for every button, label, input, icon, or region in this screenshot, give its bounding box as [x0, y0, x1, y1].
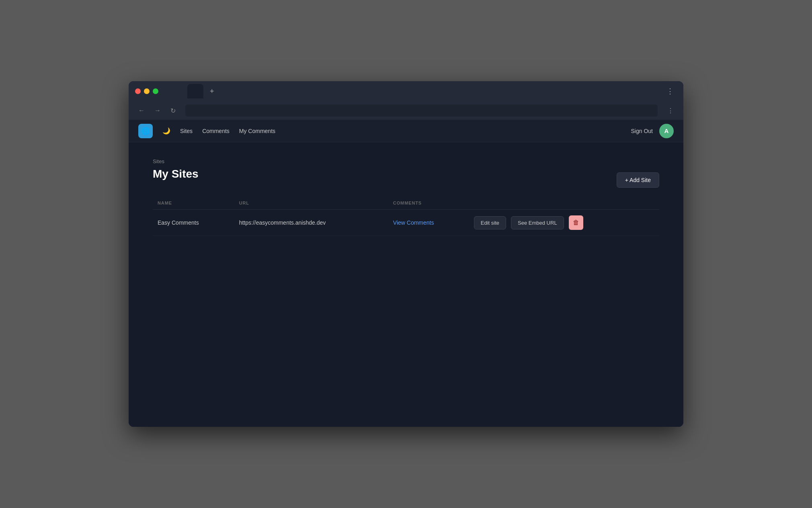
- active-tab[interactable]: [187, 84, 203, 98]
- more-nav-button[interactable]: ⋮: [664, 105, 677, 116]
- back-button[interactable]: ←: [135, 105, 148, 116]
- add-site-button[interactable]: + Add Site: [617, 172, 659, 188]
- site-actions: Edit site See Embed URL 🗑: [469, 210, 659, 236]
- breadcrumb: Sites: [153, 158, 659, 164]
- reload-button[interactable]: ↻: [167, 105, 179, 116]
- table-row: Easy Comments https://easycomments.anish…: [153, 210, 659, 236]
- site-comments-link: View Comments: [388, 210, 469, 236]
- nav-link-comments[interactable]: Comments: [202, 128, 230, 134]
- site-url: https://easycomments.anishde.dev: [234, 210, 388, 236]
- edit-site-button[interactable]: Edit site: [474, 216, 506, 229]
- table-header-row: NAME URL COMMENTS: [153, 197, 659, 210]
- maximize-traffic-light[interactable]: [153, 88, 158, 94]
- nav-link-my-comments[interactable]: My Comments: [239, 128, 275, 134]
- more-options-button[interactable]: ⋮: [663, 87, 677, 96]
- user-avatar[interactable]: A: [659, 124, 674, 138]
- table-header: NAME URL COMMENTS: [153, 197, 659, 210]
- action-buttons: Edit site See Embed URL 🗑: [474, 215, 654, 230]
- app-nav: 🌐 🌙 Sites Comments My Comments Sign Out …: [129, 120, 683, 142]
- col-header-comments: COMMENTS: [388, 197, 469, 210]
- logo-icon: 🌐: [141, 127, 150, 135]
- close-traffic-light[interactable]: [135, 88, 141, 94]
- table-body: Easy Comments https://easycomments.anish…: [153, 210, 659, 236]
- browser-window: + ⋮ ← → ↻ ⋮ 🌐 🌙 Sites Comments My Commen…: [129, 81, 683, 427]
- col-header-name: NAME: [153, 197, 234, 210]
- nav-bar: ← → ↻ ⋮: [129, 101, 683, 120]
- app-nav-links: Sites Comments My Comments: [180, 128, 275, 134]
- minimize-traffic-light[interactable]: [144, 88, 150, 94]
- see-embed-url-button[interactable]: See Embed URL: [511, 216, 564, 229]
- new-tab-button[interactable]: +: [207, 87, 217, 96]
- page-header: Sites My Sites + Add Site: [153, 158, 659, 193]
- sign-out-button[interactable]: Sign Out: [631, 128, 653, 134]
- sites-table: NAME URL COMMENTS Easy Comments https://…: [153, 197, 659, 236]
- url-bar[interactable]: [185, 104, 658, 117]
- col-header-url: URL: [234, 197, 388, 210]
- forward-button[interactable]: →: [151, 105, 164, 116]
- main-content: Sites My Sites + Add Site NAME URL COMME…: [129, 142, 683, 252]
- tab-area: +: [187, 84, 217, 98]
- app-logo: 🌐: [138, 124, 153, 138]
- page-title: My Sites: [153, 168, 659, 180]
- title-bar: + ⋮: [129, 81, 683, 101]
- app-nav-right: Sign Out A: [631, 124, 674, 138]
- delete-site-button[interactable]: 🗑: [569, 215, 583, 230]
- col-header-actions: [469, 197, 659, 210]
- site-name: Easy Comments: [153, 210, 234, 236]
- traffic-lights: [135, 88, 158, 94]
- nav-link-sites[interactable]: Sites: [180, 128, 193, 134]
- app-content: 🌐 🌙 Sites Comments My Comments Sign Out …: [129, 120, 683, 427]
- trash-icon: 🗑: [573, 219, 579, 226]
- view-comments-button[interactable]: View Comments: [393, 219, 434, 226]
- theme-toggle-button[interactable]: 🌙: [159, 125, 174, 136]
